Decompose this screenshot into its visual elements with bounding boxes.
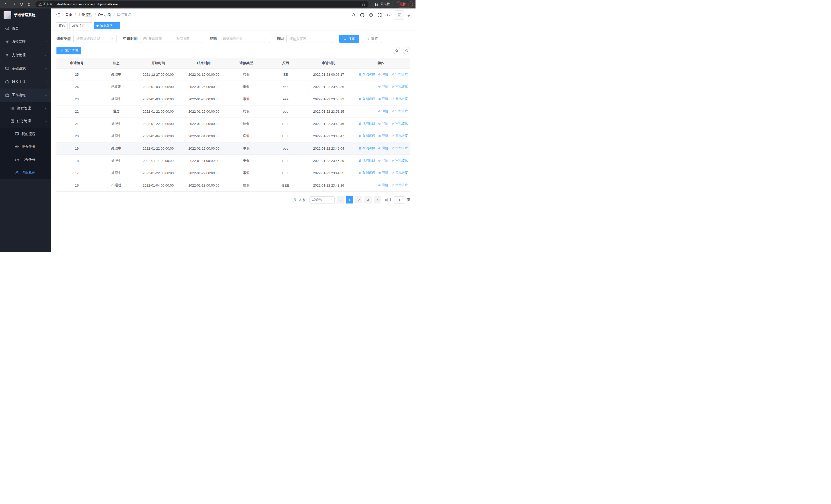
action-detail[interactable]: 详情	[378, 183, 388, 187]
cell-status: 处理中	[97, 68, 136, 81]
action-detail[interactable]: 详情	[378, 72, 388, 77]
sidebar-item-task-management[interactable]: 任务管理	[0, 115, 51, 127]
cell-end: 2022-01-22 00:00:00	[181, 142, 227, 154]
address-bar[interactable]: 不安全 dashboard.yudao.iocoder.cn/bpm/oa/le…	[35, 1, 369, 7]
reset-button[interactable]: 重置	[362, 35, 382, 43]
action-detail[interactable]: 详情	[378, 158, 388, 163]
close-icon[interactable]	[86, 24, 89, 27]
sidebar-item-system-management[interactable]: 系统管理	[0, 35, 51, 49]
cell-end: 2022-01-26 00:00:00	[181, 81, 227, 93]
leave-type-select[interactable]: 请选择请假类型	[74, 35, 116, 43]
github-icon[interactable]	[360, 13, 365, 17]
action-progress[interactable]: 审批进度	[391, 146, 408, 150]
sidebar: 芋道管理系统 首页系统管理¥支付管理基础设施研发工具工作流程流程管理任务管理我的…	[0, 8, 51, 252]
cell-actions: 取消请假详情审批进度	[352, 130, 410, 142]
action-cancel[interactable]: 取消请假	[359, 97, 375, 101]
action-progress[interactable]: 审批进度	[391, 72, 408, 77]
browser-update-button[interactable]: 更新	[397, 1, 413, 7]
action-progress[interactable]: 审批进度	[391, 158, 408, 163]
action-cancel[interactable]: 取消请假	[359, 134, 375, 138]
close-icon[interactable]	[114, 24, 117, 27]
pagination: 共 23 条 10条/页 123 前往 页	[56, 196, 410, 204]
action-cancel[interactable]: 取消请假	[359, 171, 375, 175]
font-size-icon[interactable]: TT	[386, 13, 391, 17]
app-window: 芋道管理系统 首页系统管理¥支付管理基础设施研发工具工作流程流程管理任务管理我的…	[0, 8, 416, 252]
cell-start: 2022-01-22 00:00:00	[136, 118, 181, 130]
tab[interactable]: 请假查询	[94, 22, 120, 29]
action-progress[interactable]: 审批进度	[391, 171, 408, 175]
cell-actions: 详情审批进度	[352, 81, 410, 93]
result-select[interactable]: 请选择流结果	[220, 35, 270, 43]
browser-reload-button[interactable]	[18, 1, 25, 8]
sidebar-item-done-tasks[interactable]: 已办任务	[0, 153, 51, 166]
action-label: 审批进度	[396, 146, 408, 150]
breadcrumb-item[interactable]: 工作流程	[78, 12, 92, 17]
browser-forward-button[interactable]	[10, 1, 17, 8]
cell-id: 21	[56, 118, 97, 130]
action-progress[interactable]: 审批进度	[391, 183, 408, 187]
action-detail[interactable]: 详情	[378, 121, 388, 126]
breadcrumb-item[interactable]: 首页	[65, 12, 73, 17]
search-button[interactable]: 搜索	[339, 35, 359, 43]
next-page-button[interactable]	[374, 196, 381, 204]
action-cancel[interactable]: 取消请假	[359, 158, 375, 163]
goto-page-input[interactable]	[394, 196, 405, 204]
action-progress[interactable]: 审批进度	[391, 134, 408, 138]
page-button-3[interactable]: 3	[365, 196, 372, 204]
sidebar-item-process-management[interactable]: 流程管理	[0, 102, 51, 115]
sidebar-item-infrastructure[interactable]: 基础设施	[0, 62, 51, 75]
action-cancel[interactable]: 取消请假	[359, 121, 375, 126]
action-progress[interactable]: 审批进度	[391, 121, 408, 126]
sidebar-item-label: 任务管理	[17, 119, 42, 123]
reason-input[interactable]	[289, 37, 329, 41]
help-icon[interactable]: ?	[369, 13, 373, 17]
apply-time-range-picker[interactable]: 开始日期 - 结束日期	[140, 35, 203, 43]
end-date-placeholder: 结束日期	[177, 36, 200, 41]
app-logo[interactable]: 芋道管理系统	[0, 8, 51, 22]
page-size-select[interactable]: 10条/页	[310, 196, 335, 204]
chevron-down-icon	[45, 67, 47, 70]
action-detail[interactable]: 详情	[378, 171, 388, 175]
action-detail[interactable]: 详情	[378, 134, 388, 138]
sidebar-collapse-button[interactable]	[56, 12, 61, 17]
action-label: 详情	[382, 109, 388, 113]
sidebar-item-my-process[interactable]: 我的流程	[0, 127, 51, 140]
browser-menu-icon[interactable]	[407, 3, 410, 6]
action-label: 详情	[382, 183, 388, 187]
cell-applied: 2022-01-22 23:43:16	[306, 179, 352, 191]
browser-home-button[interactable]	[26, 1, 32, 8]
action-progress[interactable]: 审批进度	[391, 84, 408, 89]
sidebar-item-payment-management[interactable]: ¥支付管理	[0, 49, 51, 62]
refresh-table-button[interactable]	[403, 47, 410, 54]
prev-page-button[interactable]	[337, 196, 344, 204]
toggle-search-button[interactable]	[393, 47, 400, 54]
browser-back-button[interactable]	[3, 1, 9, 8]
action-progress[interactable]: 审批进度	[391, 97, 408, 101]
security-warning[interactable]: 不安全	[38, 2, 53, 6]
action-detail[interactable]: 详情	[378, 97, 388, 101]
user-menu-caret-icon[interactable]	[406, 14, 411, 18]
bookmark-star-icon[interactable]	[362, 2, 366, 6]
action-cancel[interactable]: 取消请假	[359, 146, 375, 150]
sidebar-item-leave-query[interactable]: 请假查询	[0, 166, 51, 179]
header-search-icon[interactable]	[351, 13, 356, 17]
cell-start: 2022-01-11 00:00:00	[136, 154, 181, 167]
page-button-1[interactable]: 1	[346, 196, 353, 204]
tab[interactable]: 首页	[56, 22, 68, 29]
action-cancel[interactable]: 取消请假	[359, 72, 375, 77]
action-progress[interactable]: 审批进度	[391, 109, 408, 113]
user-avatar[interactable]	[395, 10, 404, 20]
page-button-2[interactable]: 2	[355, 196, 362, 204]
breadcrumb-item[interactable]: OA 示例	[98, 12, 111, 17]
action-detail[interactable]: 详情	[378, 109, 388, 113]
cell-type: 病假	[227, 130, 266, 142]
fullscreen-icon[interactable]	[377, 13, 382, 17]
sidebar-item-workflow[interactable]: 工作流程	[0, 89, 51, 102]
sidebar-item-home[interactable]: 首页	[0, 22, 51, 35]
action-detail[interactable]: 详情	[378, 146, 388, 150]
create-leave-button[interactable]: 发起请假	[56, 47, 81, 54]
tab[interactable]: 流程详情	[69, 22, 92, 29]
sidebar-item-dev-tools[interactable]: 研发工具	[0, 75, 51, 89]
sidebar-item-todo-tasks[interactable]: 待办任务	[0, 140, 51, 153]
action-detail[interactable]: 详情	[378, 84, 388, 89]
